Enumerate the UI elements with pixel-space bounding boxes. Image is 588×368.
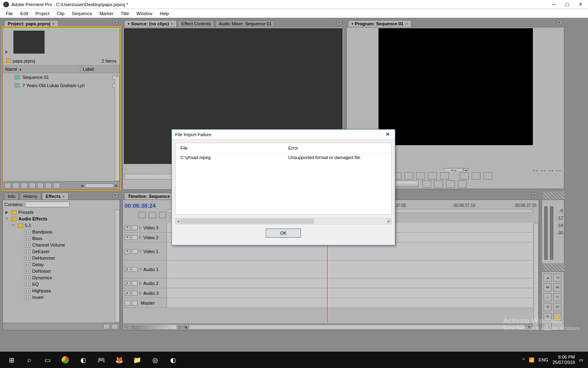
- timeline-track[interactable]: Master: [123, 298, 533, 308]
- rolling-tool[interactable]: ⇋: [553, 283, 561, 292]
- find-icon[interactable]: [29, 183, 36, 188]
- lock-icon[interactable]: [132, 291, 138, 296]
- lock-icon[interactable]: [132, 267, 138, 272]
- jog-button[interactable]: [422, 180, 431, 188]
- tree-effect[interactable]: 5.1Channel Volume: [4, 242, 120, 248]
- slide-tool[interactable]: ⟳: [553, 303, 561, 311]
- snap-button[interactable]: [138, 212, 146, 218]
- horizontal-scrollbar[interactable]: [189, 325, 525, 330]
- trash-icon[interactable]: [53, 183, 60, 188]
- tree-folder[interactable]: ▶Presets: [4, 209, 120, 215]
- icon-view-icon[interactable]: [13, 183, 19, 188]
- vertical-scrollbar[interactable]: [115, 76, 120, 181]
- track-lane[interactable]: [167, 288, 533, 298]
- ripple-tool[interactable]: ⇆: [543, 283, 552, 292]
- step-back-button[interactable]: [404, 172, 413, 180]
- project-tab[interactable]: Project: paps.prproj ×: [4, 20, 58, 27]
- speaker-icon[interactable]: 🔈: [125, 267, 130, 272]
- menu-sequence[interactable]: Sequence: [69, 10, 96, 17]
- tree-effect[interactable]: 5.1Dynamics: [4, 274, 120, 281]
- tree-effect[interactable]: 5.1DeNoiser: [4, 268, 120, 274]
- track-header[interactable]: Master: [123, 298, 167, 307]
- timeline-track[interactable]: 🔈▷Audio 2: [123, 278, 533, 288]
- play-icon[interactable]: [5, 50, 8, 54]
- tree-effect[interactable]: 5.1Invert: [4, 294, 120, 301]
- track-header[interactable]: 🔈▷Audio 3: [123, 288, 167, 298]
- output-button[interactable]: [483, 172, 492, 180]
- lock-icon[interactable]: [132, 235, 138, 240]
- tree-effect[interactable]: 5.1Delay: [4, 261, 120, 268]
- discord-icon[interactable]: 🎮: [93, 353, 109, 366]
- program-tab[interactable]: ▾Program: Sequence 01×: [348, 20, 412, 27]
- lift-button[interactable]: [434, 180, 443, 188]
- project-item[interactable]: Sequence 01: [3, 73, 120, 81]
- steam-icon[interactable]: ◐: [75, 353, 91, 366]
- start-button[interactable]: ⊞: [3, 353, 20, 366]
- goto-out-button[interactable]: [440, 172, 449, 180]
- menu-clip[interactable]: Clip: [53, 10, 68, 17]
- track-select-tool[interactable]: ⇥: [553, 274, 561, 282]
- loop-button[interactable]: [460, 172, 469, 180]
- maximize-button[interactable]: ▢: [564, 2, 570, 7]
- system-tray[interactable]: ^ 📶 ENG 8:06 PM 25/07/2018 ▭: [523, 355, 586, 365]
- explorer-icon[interactable]: 📁: [129, 353, 145, 366]
- firefox-icon[interactable]: 🦊: [111, 353, 127, 366]
- step-fwd-button[interactable]: [428, 172, 437, 180]
- close-button[interactable]: ✕: [577, 2, 583, 7]
- twirl-icon[interactable]: ▷: [139, 236, 142, 239]
- premiere-icon[interactable]: ◎: [147, 353, 163, 366]
- twirl-icon[interactable]: ▽: [139, 267, 142, 271]
- tray-chevron-icon[interactable]: ^: [523, 357, 525, 362]
- close-icon[interactable]: ×: [405, 21, 408, 26]
- zoom-slider[interactable]: [131, 325, 176, 329]
- menu-title[interactable]: Title: [118, 10, 132, 17]
- tree-effect[interactable]: 5.1DeHummer: [4, 255, 120, 261]
- horizontal-scrollbar[interactable]: [85, 184, 114, 188]
- selection-tool[interactable]: ▴: [543, 274, 552, 282]
- slip-tool[interactable]: ⟲: [543, 303, 552, 311]
- extract-button[interactable]: [446, 180, 455, 188]
- tree-effect[interactable]: 5.1EQ: [4, 281, 120, 287]
- project-item[interactable]: 7 Years Old Lukas Graham Lyri: [3, 81, 120, 90]
- speaker-icon[interactable]: 🔈: [125, 291, 130, 296]
- menu-help[interactable]: Help: [156, 10, 172, 17]
- trash-icon[interactable]: [111, 324, 118, 329]
- notifications-icon[interactable]: ▭: [579, 357, 583, 363]
- clock[interactable]: 8:06 PM 25/07/2018: [552, 355, 575, 365]
- track-lane[interactable]: [167, 260, 533, 278]
- twirl-icon[interactable]: ▷: [139, 281, 142, 285]
- close-icon[interactable]: ×: [62, 194, 65, 199]
- twirl-icon[interactable]: ▽: [139, 249, 142, 253]
- panel-menu-icon[interactable]: ▸: [113, 192, 118, 198]
- lock-icon[interactable]: [132, 301, 138, 305]
- eye-icon[interactable]: [125, 301, 130, 305]
- razor-tool[interactable]: ✂: [553, 293, 561, 301]
- dialog-ok-button[interactable]: OK: [266, 229, 301, 238]
- eye-icon[interactable]: 👁: [125, 225, 130, 230]
- timeline-track[interactable]: 🔈▷Audio 3: [123, 288, 533, 298]
- effect-controls-tab[interactable]: Effect Controls: [178, 20, 214, 27]
- panel-menu-icon[interactable]: ▸: [113, 20, 118, 25]
- automate-icon[interactable]: [21, 183, 27, 188]
- menu-edit[interactable]: Edit: [17, 10, 31, 17]
- eye-icon[interactable]: 👁: [125, 235, 130, 240]
- language-indicator[interactable]: ENG: [539, 357, 548, 362]
- tree-effect[interactable]: 5.1DeEsser: [4, 248, 120, 255]
- lock-icon[interactable]: [132, 281, 138, 286]
- col-label[interactable]: Label: [80, 65, 120, 73]
- menu-project[interactable]: Project: [32, 10, 53, 17]
- tool-button[interactable]: [159, 212, 166, 218]
- info-tab[interactable]: Info: [4, 193, 19, 200]
- panel-menu-icon[interactable]: ▸: [532, 192, 537, 198]
- source-tab[interactable]: ▾Source: (no clips)×: [124, 20, 177, 27]
- marker-button[interactable]: [149, 212, 156, 218]
- history-tab[interactable]: History: [20, 193, 41, 200]
- new-item-icon[interactable]: [45, 183, 52, 188]
- track-lane[interactable]: [167, 298, 533, 307]
- twirl-icon[interactable]: ▷: [139, 226, 142, 229]
- panel-menu-icon[interactable]: ▸: [557, 20, 563, 25]
- audio-mixer-tab[interactable]: Audio Mixer: Sequence 01: [215, 20, 275, 27]
- search-button[interactable]: ⌕: [21, 353, 38, 366]
- task-view-button[interactable]: ▭: [39, 353, 56, 366]
- menu-marker[interactable]: Marker: [96, 10, 116, 17]
